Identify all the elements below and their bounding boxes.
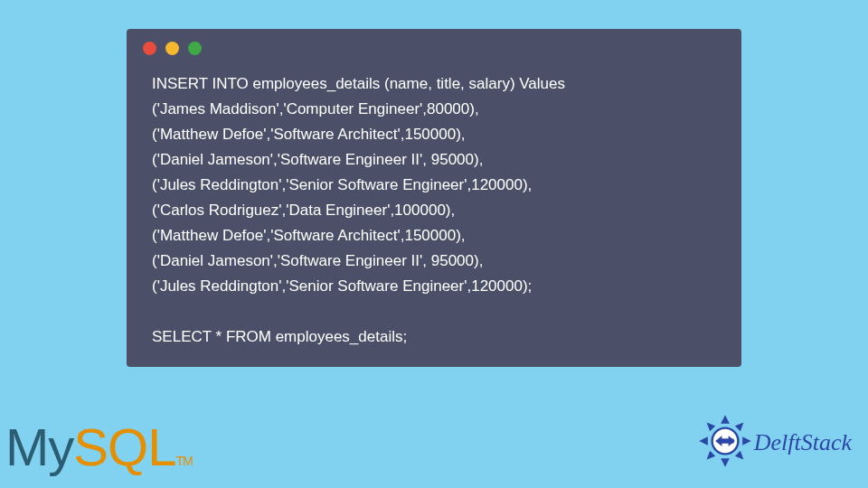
svg-marker-2 <box>721 458 730 467</box>
close-icon[interactable] <box>143 42 156 55</box>
minimize-icon[interactable] <box>165 42 179 55</box>
delftstack-icon <box>698 414 752 472</box>
delftstack-logo: DelftStack <box>698 414 852 472</box>
svg-marker-3 <box>699 436 708 446</box>
svg-marker-4 <box>735 423 744 432</box>
svg-marker-6 <box>706 451 715 460</box>
window-controls <box>127 29 741 64</box>
svg-marker-0 <box>721 415 730 424</box>
code-window: INSERT INTO employees_details (name, tit… <box>127 29 741 367</box>
code-content: INSERT INTO employees_details (name, tit… <box>127 64 741 351</box>
maximize-icon[interactable] <box>188 42 202 55</box>
mysql-logo: MySQLTM <box>5 417 193 477</box>
svg-marker-7 <box>706 423 715 432</box>
mysql-sql-text: SQL <box>73 418 175 476</box>
svg-marker-5 <box>735 451 744 460</box>
svg-marker-1 <box>742 436 751 446</box>
delftstack-text: DelftStack <box>754 429 852 456</box>
mysql-tm-text: TM <box>175 454 192 468</box>
mysql-my-text: My <box>5 418 73 476</box>
